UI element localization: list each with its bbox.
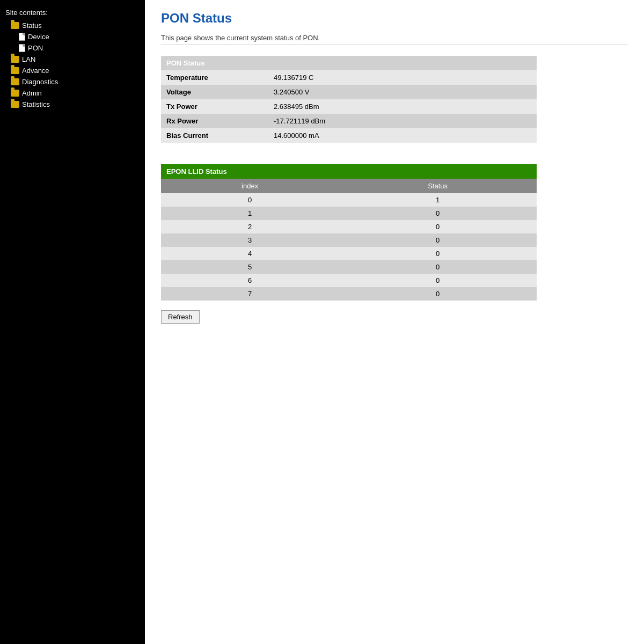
epon-index-1: 1 xyxy=(161,207,339,220)
table-row: Rx Power -17.721119 dBm xyxy=(161,114,537,128)
epon-status-5: 0 xyxy=(339,260,537,274)
epon-status-1: 0 xyxy=(339,207,537,220)
epon-index-4: 4 xyxy=(161,247,339,260)
table-row: 6 0 xyxy=(161,274,537,287)
divider xyxy=(161,45,628,45)
sidebar-label-lan: LAN xyxy=(22,55,35,63)
pon-value-temperature: 49.136719 C xyxy=(268,70,537,85)
main-content: PON Status This page shows the current s… xyxy=(145,0,644,644)
epon-col-index: index xyxy=(161,179,339,193)
sidebar-item-admin[interactable]: Admin xyxy=(0,87,145,99)
sidebar-item-advance[interactable]: Advance xyxy=(0,65,145,76)
folder-icon-diagnostics xyxy=(11,78,19,85)
epon-index-3: 3 xyxy=(161,233,339,247)
sidebar-label-admin: Admin xyxy=(22,89,42,97)
table-row: Voltage 3.240500 V xyxy=(161,85,537,99)
table-row: Bias Current 14.600000 mA xyxy=(161,128,537,143)
table-row: Temperature 49.136719 C xyxy=(161,70,537,85)
pon-label-txpower: Tx Power xyxy=(161,99,268,114)
epon-table-header-row: EPON LLID Status xyxy=(161,164,537,179)
pon-label-temperature: Temperature xyxy=(161,70,268,85)
page-title: PON Status xyxy=(161,11,628,26)
sidebar-label-advance: Advance xyxy=(22,67,49,75)
epon-index-5: 5 xyxy=(161,260,339,274)
table-row: 4 0 xyxy=(161,247,537,260)
pon-label-rxpower: Rx Power xyxy=(161,114,268,128)
epon-table-wrapper: EPON LLID Status index Status 0 1 1 0 2 … xyxy=(161,164,537,309)
epon-status-3: 0 xyxy=(339,233,537,247)
epon-status-0: 1 xyxy=(339,193,537,207)
folder-icon xyxy=(11,22,19,29)
sidebar-label-pon: PON xyxy=(28,44,43,52)
table-row: 1 0 xyxy=(161,207,537,220)
page-description: This page shows the current system statu… xyxy=(161,34,628,42)
table-row: 5 0 xyxy=(161,260,537,274)
epon-col-status: Status xyxy=(339,179,537,193)
table-row: 7 0 xyxy=(161,287,537,301)
folder-icon-statistics xyxy=(11,101,19,108)
pon-value-voltage: 3.240500 V xyxy=(268,85,537,99)
sidebar-header: Site contents: xyxy=(0,5,145,20)
epon-index-6: 6 xyxy=(161,274,339,287)
sidebar: Site contents: Status Device PON LAN Adv… xyxy=(0,0,145,644)
table-row: 2 0 xyxy=(161,220,537,233)
sidebar-item-lan[interactable]: LAN xyxy=(0,54,145,65)
pon-status-table: PON Status Temperature 49.136719 C Volta… xyxy=(161,56,537,143)
sidebar-item-status[interactable]: Status xyxy=(0,20,145,31)
sidebar-label-diagnostics: Diagnostics xyxy=(22,78,58,86)
epon-status-7: 0 xyxy=(339,287,537,301)
folder-icon-admin xyxy=(11,90,19,97)
folder-icon-advance xyxy=(11,67,19,74)
epon-status-2: 0 xyxy=(339,220,537,233)
pon-table-header-row: PON Status xyxy=(161,56,537,70)
sidebar-item-statistics[interactable]: Statistics xyxy=(0,99,145,110)
sidebar-label-statistics: Statistics xyxy=(22,100,50,108)
folder-icon-lan xyxy=(11,56,19,63)
epon-index-2: 2 xyxy=(161,220,339,233)
table-row: 0 1 xyxy=(161,193,537,207)
table-row: 3 0 xyxy=(161,233,537,247)
epon-index-7: 7 xyxy=(161,287,339,301)
epon-col-header-row: index Status xyxy=(161,179,537,193)
pon-value-rxpower: -17.721119 dBm xyxy=(268,114,537,128)
epon-llid-table: EPON LLID Status index Status 0 1 1 0 2 … xyxy=(161,164,537,301)
doc-icon-device xyxy=(19,33,25,41)
pon-label-voltage: Voltage xyxy=(161,85,268,99)
refresh-button[interactable]: Refresh xyxy=(161,310,200,324)
epon-status-6: 0 xyxy=(339,274,537,287)
pon-label-biascurrent: Bias Current xyxy=(161,128,268,143)
sidebar-item-pon[interactable]: PON xyxy=(0,42,145,54)
pon-value-txpower: 2.638495 dBm xyxy=(268,99,537,114)
sidebar-item-device[interactable]: Device xyxy=(0,31,145,42)
sidebar-item-diagnostics[interactable]: Diagnostics xyxy=(0,76,145,87)
pon-value-biascurrent: 14.600000 mA xyxy=(268,128,537,143)
doc-icon-pon xyxy=(19,44,25,52)
epon-table-header: EPON LLID Status xyxy=(161,164,537,179)
pon-table-header: PON Status xyxy=(161,56,537,70)
table-row: Tx Power 2.638495 dBm xyxy=(161,99,537,114)
sidebar-label-device: Device xyxy=(28,33,49,41)
sidebar-label-status: Status xyxy=(22,21,42,30)
epon-status-4: 0 xyxy=(339,247,537,260)
epon-index-0: 0 xyxy=(161,193,339,207)
